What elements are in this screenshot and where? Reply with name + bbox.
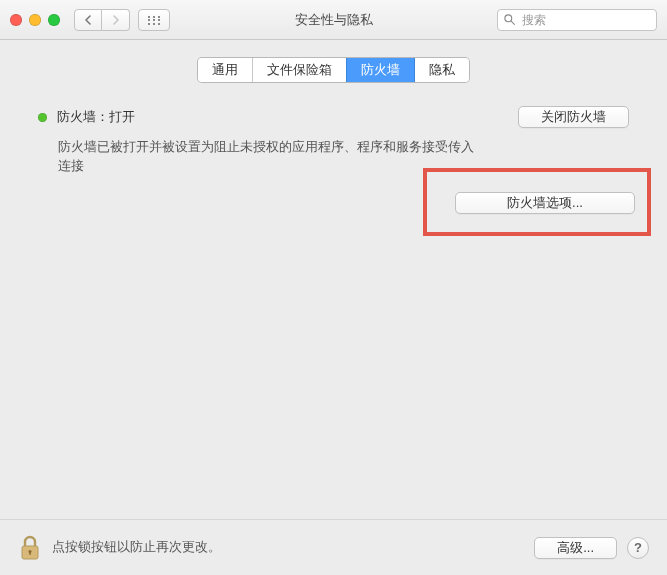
main-panel: 通用 文件保险箱 防火墙 隐私 防火墙：打开 关闭防火墙 防火墙已被打开并被设置… [0,40,667,519]
window-controls [10,14,60,26]
tab-general[interactable]: 通用 [198,58,253,82]
disable-firewall-button[interactable]: 关闭防火墙 [518,106,629,128]
firewall-description: 防火墙已被打开并被设置为阻止未授权的应用程序、程序和服务接受传入连接 [20,128,500,176]
lock-icon[interactable] [18,534,42,562]
firewall-status-label: 防火墙：打开 [57,108,135,126]
search-input[interactable] [497,9,657,31]
firewall-status-row: 防火墙：打开 关闭防火墙 [20,100,647,128]
tab-firewall[interactable]: 防火墙 [347,58,415,82]
chevron-right-icon [112,15,120,25]
footer-bar: 点按锁按钮以防止再次更改。 高级... ? [0,519,667,575]
forward-button[interactable] [102,9,130,31]
tab-bar: 通用 文件保险箱 防火墙 隐私 [20,58,647,82]
svg-rect-4 [29,552,31,555]
firewall-options-button[interactable]: 防火墙选项... [455,192,635,214]
show-all-button[interactable] [138,9,170,31]
window-titlebar: 安全性与隐私 [0,0,667,40]
tab-filevault[interactable]: 文件保险箱 [253,58,347,82]
status-indicator-on-icon [38,113,47,122]
help-button[interactable]: ? [627,537,649,559]
advanced-button[interactable]: 高级... [534,537,617,559]
chevron-left-icon [84,15,92,25]
lock-description: 点按锁按钮以防止再次更改。 [52,539,221,556]
close-window-button[interactable] [10,14,22,26]
search-field-wrap [497,9,657,31]
grid-icon [147,15,161,25]
zoom-window-button[interactable] [48,14,60,26]
nav-back-forward [74,9,130,31]
minimize-window-button[interactable] [29,14,41,26]
back-button[interactable] [74,9,102,31]
tab-privacy[interactable]: 隐私 [415,58,469,82]
